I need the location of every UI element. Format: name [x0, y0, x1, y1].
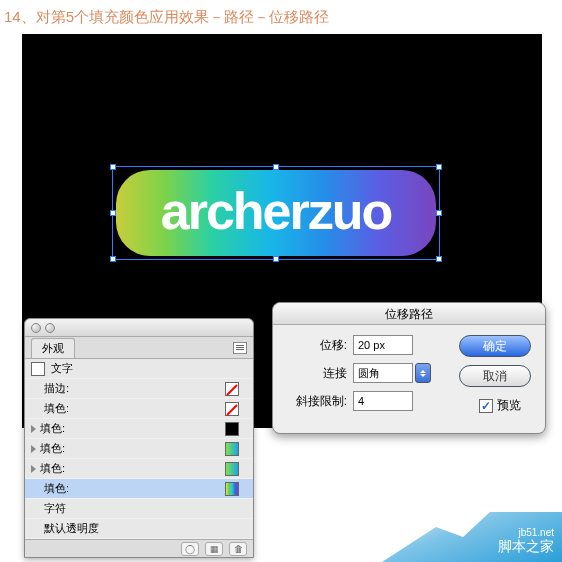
panel-footer: ◯ ▦ 🗑: [25, 539, 253, 557]
resize-handle[interactable]: [273, 256, 279, 262]
resize-handle[interactable]: [436, 210, 442, 216]
swatch-icon[interactable]: [225, 402, 239, 416]
row-label: 填色:: [44, 401, 225, 416]
panel-titlebar[interactable]: [25, 319, 253, 337]
join-value: 圆角: [353, 363, 413, 383]
watermark: jb51.net 脚本之家: [382, 490, 562, 562]
preview-checkbox[interactable]: ✓ 预览: [479, 397, 521, 414]
resize-handle[interactable]: [273, 164, 279, 170]
step-caption: 14、对第5个填充颜色应用效果－路径－位移路径: [0, 0, 562, 33]
swatch-icon[interactable]: [225, 382, 239, 396]
row-label: 默认透明度: [44, 521, 245, 536]
dialog-title: 位移路径: [273, 303, 545, 325]
resize-handle[interactable]: [110, 210, 116, 216]
appearance-row[interactable]: 填色:: [25, 399, 253, 419]
resize-handle[interactable]: [436, 164, 442, 170]
miter-label: 斜接限制:: [285, 393, 347, 410]
row-label: 填色:: [40, 461, 225, 476]
row-label: 字符: [44, 501, 245, 516]
preview-label: 预览: [497, 397, 521, 414]
disclosure-triangle-icon[interactable]: [31, 465, 36, 473]
appearance-row[interactable]: 字符: [25, 499, 253, 519]
swatch-icon[interactable]: [225, 422, 239, 436]
offset-path-dialog[interactable]: 位移路径 位移: 连接 圆角 斜接限制: 确定 取消 ✓ 预览: [272, 302, 546, 434]
trash-button[interactable]: 🗑: [229, 542, 247, 556]
row-label: 描边:: [44, 381, 225, 396]
join-label: 连接: [285, 365, 347, 382]
appearance-row[interactable]: 填色:: [25, 439, 253, 459]
appearance-row[interactable]: 填色:: [25, 419, 253, 439]
appearance-row[interactable]: 填色:: [25, 459, 253, 479]
disclosure-triangle-icon[interactable]: [31, 445, 36, 453]
resize-handle[interactable]: [110, 164, 116, 170]
checkbox-icon: ✓: [479, 399, 493, 413]
panel-tabs: 外观: [25, 337, 253, 359]
new-fill-button[interactable]: ◯: [181, 542, 199, 556]
disclosure-triangle-icon[interactable]: [31, 425, 36, 433]
ok-button[interactable]: 确定: [459, 335, 531, 357]
resize-handle[interactable]: [110, 256, 116, 262]
row-label: 填色:: [40, 441, 225, 456]
swatch-icon[interactable]: [225, 482, 239, 496]
offset-input[interactable]: [353, 335, 413, 355]
appearance-list: 文字 描边:填色:填色:填色:填色:填色:字符默认透明度: [25, 359, 253, 539]
duplicate-button[interactable]: ▦: [205, 542, 223, 556]
row-label: 文字: [51, 361, 245, 376]
swatch-icon[interactable]: [225, 442, 239, 456]
dropdown-arrows-icon[interactable]: [415, 363, 431, 383]
swatch-icon[interactable]: [225, 462, 239, 476]
offset-label: 位移:: [285, 337, 347, 354]
appearance-panel[interactable]: 外观 文字 描边:填色:填色:填色:填色:填色:字符默认透明度 ◯ ▦ 🗑: [24, 318, 254, 558]
selection-bounding-box[interactable]: [112, 166, 440, 260]
appearance-row[interactable]: 默认透明度: [25, 519, 253, 539]
tab-appearance[interactable]: 外观: [31, 338, 75, 358]
appearance-row[interactable]: 填色:: [25, 479, 253, 499]
join-select[interactable]: 圆角: [353, 363, 431, 383]
row-label: 填色:: [44, 481, 225, 496]
cancel-button[interactable]: 取消: [459, 365, 531, 387]
panel-menu-icon[interactable]: [233, 342, 247, 354]
appearance-row[interactable]: 描边:: [25, 379, 253, 399]
appearance-target-row[interactable]: 文字: [25, 359, 253, 379]
window-controls[interactable]: [31, 323, 55, 333]
row-label: 填色:: [40, 421, 225, 436]
resize-handle[interactable]: [436, 256, 442, 262]
watermark-text: jb51.net 脚本之家: [498, 527, 554, 556]
type-swatch-icon: [31, 362, 45, 376]
miter-input[interactable]: [353, 391, 413, 411]
